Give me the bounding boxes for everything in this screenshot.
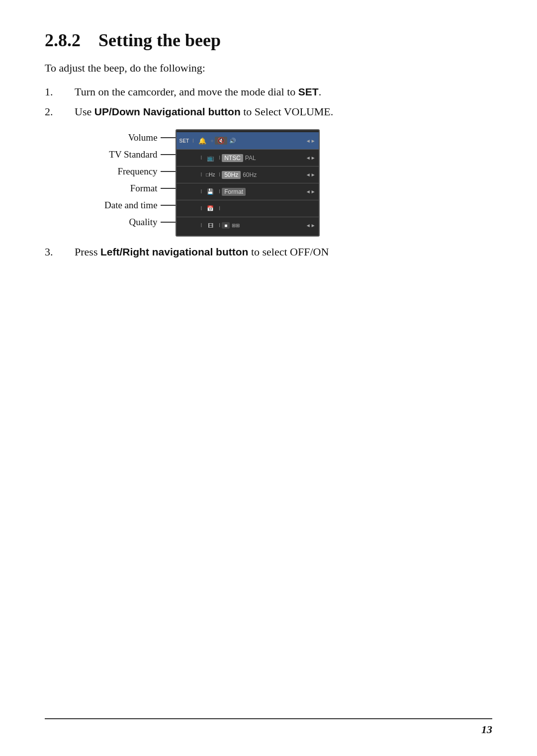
frequency-arrow: ◄► (306, 172, 316, 177)
volume-icon: 🔔 (195, 137, 209, 145)
separator-tv: I (201, 155, 202, 161)
label-volume: Volume (128, 129, 176, 146)
format-content: Format (222, 188, 315, 196)
quality-arrow: ◄► (306, 223, 316, 228)
step-2-text: Use UP/Down Navigational button to Selec… (75, 105, 492, 118)
step-1-num: 1. (45, 85, 75, 98)
format-icon: 💾 (203, 188, 217, 195)
tvstandard-content: NTSC PAL (222, 154, 315, 162)
menu-screen: SET I 🔔 ÷ 🔇 🔊 ◄► I 📺 I NTSC PAL ◄► I (176, 129, 320, 237)
datetime-icon: 📅 (203, 205, 217, 212)
footer: 13 (45, 718, 492, 736)
step-2-bold: UP/Down Navigational button (94, 106, 241, 117)
steps-list-2: 3. Press Left/Right navigational button … (45, 246, 492, 258)
menu-row-datetime: I 📅 I (177, 200, 319, 217)
volume-off: 🔇 (215, 137, 227, 145)
separator-2: ÷ (211, 138, 214, 144)
menu-row-volume: SET I 🔔 ÷ 🔇 🔊 ◄► (177, 132, 319, 149)
separator-fmt2: I (219, 189, 220, 194)
volume-on: 🔊 (229, 138, 236, 144)
format-arrow: ◄► (306, 189, 316, 194)
separator-tv2: I (219, 155, 220, 161)
intro-text: To adjust the beep, do the following: (45, 62, 492, 75)
separator-dt: I (201, 206, 202, 211)
ntsc-option: NTSC (222, 154, 243, 162)
steps-list: 1. Turn on the camcorder, and move the m… (45, 85, 492, 118)
volume-content: 🔇 🔊 (215, 137, 315, 145)
section-heading: Setting the beep (98, 30, 221, 50)
menu-labels: Volume TV Standard Frequency Format Date… (104, 129, 176, 231)
quality-content: ■ ⊞⊞ (222, 222, 315, 229)
separator-1: I (192, 138, 194, 144)
step-3-num: 3. (45, 246, 75, 258)
step-3-bold: Left/Right navigational button (100, 246, 248, 257)
quality-lq: ⊞⊞ (232, 223, 240, 228)
label-tv-standard: TV Standard (109, 146, 175, 163)
tvstandard-arrow: ◄► (306, 155, 316, 161)
menu-row-tvstandard: I 📺 I NTSC PAL ◄► (177, 149, 319, 166)
quality-icon: 🎞 (203, 223, 217, 229)
footer-divider (45, 718, 492, 719)
page-number: 13 (45, 723, 492, 736)
step-2: 2. Use UP/Down Navigational button to Se… (45, 105, 492, 118)
separator-q: I (201, 223, 202, 228)
menu-row-quality: I 🎞 I ■ ⊞⊞ ◄► (177, 217, 319, 234)
separator-fmt: I (201, 189, 202, 194)
set-label: SET (179, 138, 189, 144)
step-3-text: Press Left/Right navigational button to … (75, 246, 492, 258)
tv-icon: 📺 (203, 155, 217, 162)
label-format: Format (130, 180, 176, 197)
50hz-option: 50Hz (222, 171, 241, 179)
step-3: 3. Press Left/Right navigational button … (45, 246, 492, 258)
separator-q2: I (219, 223, 220, 228)
pal-option: PAL (245, 155, 256, 162)
volume-arrow: ◄► (306, 138, 316, 144)
step-1-text: Turn on the camcorder, and move the mode… (75, 85, 492, 98)
freq-icon: □Hz (203, 172, 217, 177)
step-1: 1. Turn on the camcorder, and move the m… (45, 85, 492, 98)
label-frequency: Frequency (117, 163, 175, 180)
60hz-option: 60Hz (243, 171, 257, 178)
label-quality: Quality (129, 214, 176, 231)
separator-freq: I (201, 172, 202, 177)
step-1-bold: SET (298, 86, 319, 97)
menu-row-frequency: I □Hz I 50Hz 60Hz ◄► (177, 166, 319, 183)
frequency-content: 50Hz 60Hz (222, 171, 315, 179)
menu-diagram: Volume TV Standard Frequency Format Date… (104, 129, 492, 237)
section-title: 2.8.2 Setting the beep (45, 30, 492, 51)
menu-row-format: I 💾 I Format ◄► (177, 183, 319, 200)
step-2-num: 2. (45, 105, 75, 118)
separator-dt2: I (219, 206, 220, 211)
separator-freq2: I (219, 172, 220, 177)
format-option: Format (222, 188, 246, 196)
section-number: 2.8.2 (45, 30, 81, 50)
label-date-time: Date and time (104, 197, 176, 214)
quality-hq: ■ (222, 222, 230, 229)
